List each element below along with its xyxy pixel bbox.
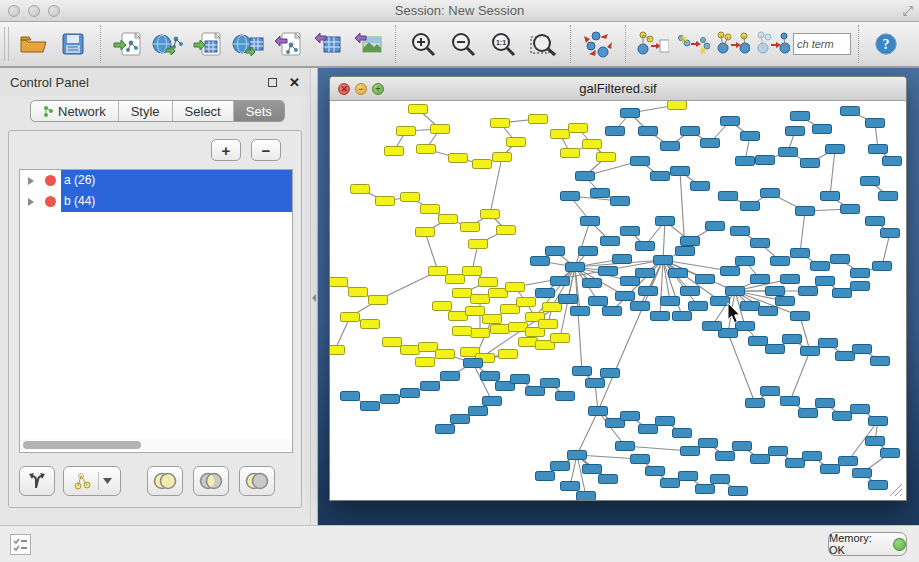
graph-node[interactable]: [826, 145, 845, 154]
graph-node[interactable]: [851, 405, 870, 414]
graph-node[interactable]: [669, 269, 688, 278]
collapse-arrow-icon[interactable]: [312, 294, 316, 302]
graph-node[interactable]: [383, 338, 402, 347]
graph-node[interactable]: [751, 275, 770, 284]
graph-node[interactable]: [330, 346, 345, 355]
graph-node[interactable]: [551, 334, 570, 343]
graph-node[interactable]: [571, 307, 590, 316]
graph-node[interactable]: [719, 192, 738, 201]
graph-node[interactable]: [721, 117, 740, 126]
tab-sets[interactable]: Sets: [234, 101, 284, 121]
graph-node[interactable]: [716, 452, 735, 461]
graph-node[interactable]: [883, 157, 902, 166]
graph-node[interactable]: [453, 327, 472, 336]
graph-node[interactable]: [736, 322, 755, 331]
list-item[interactable]: a (26): [20, 170, 292, 191]
import-table-url-button[interactable]: [231, 26, 265, 62]
zoom-actual-size-button[interactable]: 1:1: [486, 26, 520, 62]
graph-node[interactable]: [449, 312, 468, 321]
graph-node[interactable]: [729, 487, 748, 496]
graph-node[interactable]: [511, 375, 530, 384]
graph-node[interactable]: [731, 227, 750, 236]
graph-node[interactable]: [639, 287, 658, 296]
graph-node[interactable]: [833, 289, 852, 298]
graph-node[interactable]: [881, 229, 900, 238]
graph-node[interactable]: [569, 124, 588, 133]
graph-node[interactable]: [349, 288, 368, 297]
graph-node[interactable]: [819, 339, 838, 348]
create-set-dropdown-button[interactable]: [63, 466, 121, 496]
graph-node[interactable]: [679, 472, 698, 481]
graph-node[interactable]: [654, 256, 673, 265]
graph-node[interactable]: [766, 287, 785, 296]
graph-node[interactable]: [546, 247, 565, 256]
graph-node[interactable]: [369, 296, 388, 305]
graph-node[interactable]: [711, 297, 730, 306]
graph-node[interactable]: [441, 372, 460, 381]
graph-node[interactable]: [599, 267, 618, 276]
graph-node[interactable]: [776, 297, 795, 306]
graph-node[interactable]: [639, 127, 658, 136]
graph-node[interactable]: [813, 125, 832, 134]
graph-node[interactable]: [489, 289, 508, 298]
graph-node[interactable]: [741, 302, 760, 311]
graph-node[interactable]: [606, 127, 625, 136]
graph-node[interactable]: [821, 465, 840, 474]
graph-node[interactable]: [597, 153, 616, 162]
resize-grip-icon[interactable]: [886, 480, 904, 498]
graph-node[interactable]: [671, 167, 690, 176]
graph-node[interactable]: [881, 449, 900, 458]
graph-node[interactable]: [691, 182, 710, 191]
graph-node[interactable]: [341, 392, 360, 401]
graph-node[interactable]: [636, 269, 655, 278]
graph-node[interactable]: [651, 312, 670, 321]
graph-node[interactable]: [561, 192, 580, 201]
graph-node[interactable]: [736, 257, 755, 266]
graph-node[interactable]: [781, 397, 800, 406]
hide-selected-button[interactable]: [636, 26, 670, 62]
graph-node[interactable]: [736, 157, 755, 166]
graph-node[interactable]: [741, 132, 760, 141]
graph-node[interactable]: [409, 105, 428, 114]
graph-node[interactable]: [543, 303, 562, 312]
panel-splitter[interactable]: [310, 68, 318, 525]
graph-node[interactable]: [351, 185, 370, 194]
float-panel-icon[interactable]: [268, 78, 277, 87]
graph-node[interactable]: [573, 367, 592, 376]
open-session-button[interactable]: [16, 26, 50, 62]
graph-node[interactable]: [491, 119, 510, 128]
graph-node[interactable]: [821, 192, 840, 201]
graph-node[interactable]: [583, 465, 602, 474]
graph-node[interactable]: [541, 379, 560, 388]
graph-node[interactable]: [801, 347, 820, 356]
graph-node[interactable]: [471, 295, 490, 304]
graph-node[interactable]: [741, 202, 760, 211]
graph-node[interactable]: [656, 217, 675, 226]
graph-node[interactable]: [451, 415, 470, 424]
network-window[interactable]: ✕ − + galFiltered.sif: [329, 76, 907, 501]
graph-node[interactable]: [761, 189, 780, 198]
graph-node[interactable]: [591, 189, 610, 198]
close-window-button[interactable]: [8, 5, 20, 17]
graph-node[interactable]: [779, 148, 798, 157]
export-table-button[interactable]: [311, 26, 345, 62]
graph-node[interactable]: [469, 407, 488, 416]
graph-node[interactable]: [668, 101, 687, 110]
graph-node[interactable]: [449, 154, 468, 163]
graph-node[interactable]: [681, 447, 700, 456]
graph-node[interactable]: [761, 387, 780, 396]
graph-node[interactable]: [689, 302, 708, 311]
deselect-all-button[interactable]: [756, 26, 790, 62]
graph-node[interactable]: [696, 275, 715, 284]
graph-node[interactable]: [376, 197, 395, 206]
graph-node[interactable]: [330, 278, 348, 287]
graph-node[interactable]: [811, 262, 830, 271]
memory-status-button[interactable]: Memory: OK: [828, 532, 907, 556]
graph-node[interactable]: [681, 287, 700, 296]
graph-node[interactable]: [361, 402, 380, 411]
graph-node[interactable]: [803, 452, 822, 461]
graph-node[interactable]: [749, 337, 768, 346]
add-set-button[interactable]: +: [211, 139, 241, 161]
graph-node[interactable]: [661, 479, 680, 488]
graph-node[interactable]: [421, 382, 440, 391]
